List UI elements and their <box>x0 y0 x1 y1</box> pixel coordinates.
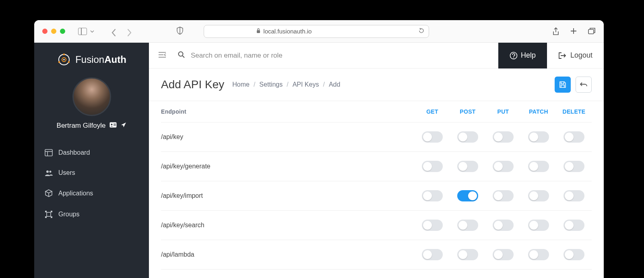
sidebar-item-dashboard[interactable]: Dashboard <box>34 143 149 163</box>
header-patch[interactable]: PATCH <box>521 108 556 115</box>
header-put[interactable]: PUT <box>485 108 521 115</box>
toggle-put[interactable] <box>493 249 514 260</box>
cube-icon <box>45 189 53 197</box>
breadcrumb-settings[interactable]: Settings <box>259 81 283 88</box>
page-header: Add API Key Home / Settings / API Keys /… <box>149 68 604 101</box>
header-delete[interactable]: DELETE <box>556 108 592 115</box>
forward-button[interactable] <box>126 29 132 34</box>
svg-rect-11 <box>114 125 116 125</box>
svg-point-9 <box>111 124 113 125</box>
svg-rect-0 <box>257 30 260 33</box>
back-button[interactable] <box>576 77 592 93</box>
toggle-patch[interactable] <box>528 220 549 231</box>
svg-line-26 <box>183 56 185 58</box>
sidebar-toggle-icon[interactable] <box>78 28 87 35</box>
tabs-icon[interactable] <box>588 27 596 35</box>
lock-icon <box>256 28 261 35</box>
sidebar-item-users[interactable]: Users <box>34 163 149 183</box>
svg-rect-12 <box>45 149 52 156</box>
toggle-patch[interactable] <box>528 131 549 143</box>
endpoints-panel: Endpoint GET POST PUT PATCH DELETE /api/… <box>149 101 604 270</box>
logout-button[interactable]: Logout <box>547 43 604 68</box>
collapse-sidebar-button[interactable] <box>155 48 170 63</box>
shield-icon[interactable] <box>176 27 184 36</box>
sidebar-item-label: Applications <box>58 190 93 197</box>
toggle-get[interactable] <box>422 131 443 143</box>
sidebar-item-label: Groups <box>58 211 79 218</box>
breadcrumb-api-keys[interactable]: API Keys <box>293 81 319 88</box>
toggle-delete[interactable] <box>564 161 584 172</box>
window-minimize-icon[interactable] <box>51 29 56 34</box>
svg-rect-19 <box>51 211 52 212</box>
toggle-put[interactable] <box>493 190 514 201</box>
sidebar-item-label: Dashboard <box>58 149 90 156</box>
table-row: /api/key <box>161 122 592 152</box>
table-row: /api/key/import <box>161 181 592 211</box>
sidebar-item-groups[interactable]: Groups <box>34 204 149 225</box>
toggle-get[interactable] <box>422 190 443 201</box>
header-post[interactable]: POST <box>450 108 485 115</box>
header-endpoint: Endpoint <box>161 108 415 115</box>
toggle-put[interactable] <box>493 220 514 231</box>
groups-icon <box>45 210 53 218</box>
toggle-get[interactable] <box>422 220 443 231</box>
toggle-delete[interactable] <box>564 249 584 260</box>
sidebar-item-applications[interactable]: Applications <box>34 183 149 204</box>
logout-label: Logout <box>570 51 592 60</box>
id-card-icon[interactable] <box>109 122 117 130</box>
address-bar[interactable]: local.fusionauth.io <box>204 25 429 38</box>
svg-point-7 <box>63 59 65 60</box>
svg-point-5 <box>58 61 60 63</box>
svg-point-15 <box>46 170 49 173</box>
table-header: Endpoint GET POST PUT PATCH DELETE <box>161 101 592 122</box>
toggle-delete[interactable] <box>564 190 584 201</box>
svg-point-4 <box>63 54 65 55</box>
search-input[interactable] <box>191 52 490 60</box>
toggle-patch[interactable] <box>528 249 549 260</box>
chevron-down-icon[interactable] <box>90 30 94 33</box>
sidebar-item-label: Users <box>58 169 75 176</box>
toggle-post[interactable] <box>457 249 478 260</box>
searchbox <box>170 43 498 68</box>
brand-logo[interactable]: FusionAuth <box>34 43 149 72</box>
share-icon[interactable] <box>552 27 559 35</box>
toggle-get[interactable] <box>422 161 443 172</box>
new-tab-icon[interactable] <box>570 27 577 35</box>
save-icon <box>559 81 566 88</box>
breadcrumb: Home / Settings / API Keys / Add <box>232 81 340 88</box>
user-profile[interactable]: Bertram Gilfoyle <box>34 72 149 137</box>
table-row: /api/key/generate <box>161 152 592 181</box>
help-label: Help <box>521 51 536 60</box>
app-shell: FusionAuth Bertram Gilfoyle <box>34 43 604 278</box>
toggle-patch[interactable] <box>528 190 549 201</box>
toggle-delete[interactable] <box>564 131 584 143</box>
svg-rect-18 <box>45 211 47 212</box>
back-button[interactable] <box>111 29 117 34</box>
help-button[interactable]: Help <box>498 43 547 68</box>
svg-rect-21 <box>51 216 52 218</box>
table-row: /api/lambda <box>161 240 592 270</box>
url-text: local.fusionauth.io <box>263 28 312 35</box>
toggle-put[interactable] <box>493 131 514 143</box>
toggle-post[interactable] <box>457 161 478 172</box>
toggle-post[interactable] <box>457 190 478 201</box>
toggle-post[interactable] <box>457 131 478 143</box>
breadcrumb-home[interactable]: Home <box>232 81 250 88</box>
toggle-put[interactable] <box>493 161 514 172</box>
endpoint-cell: /api/key/import <box>161 192 415 199</box>
search-icon <box>178 51 185 60</box>
refresh-icon[interactable] <box>418 27 425 35</box>
toggle-post[interactable] <box>457 220 478 231</box>
header-get[interactable]: GET <box>415 108 450 115</box>
window-zoom-icon[interactable] <box>60 29 65 34</box>
window-close-icon[interactable] <box>42 29 47 34</box>
toggle-get[interactable] <box>422 249 443 260</box>
sidebar: FusionAuth Bertram Gilfoyle <box>34 43 149 278</box>
location-arrow-icon[interactable] <box>121 122 126 130</box>
save-button[interactable] <box>555 77 571 93</box>
brand-name-bold: Auth <box>104 54 126 65</box>
toggle-patch[interactable] <box>528 161 549 172</box>
logo-mark-icon <box>57 52 71 67</box>
toggle-delete[interactable] <box>564 220 584 231</box>
topbar: Help Logout <box>149 43 604 68</box>
